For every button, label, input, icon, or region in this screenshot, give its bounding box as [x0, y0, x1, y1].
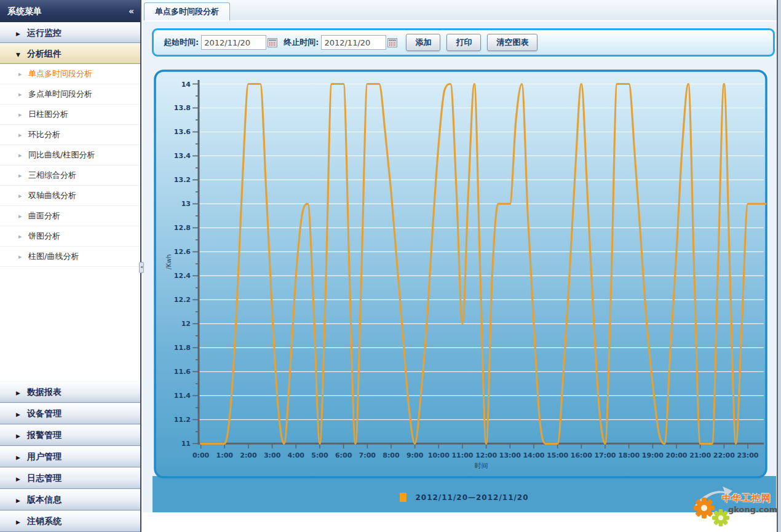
svg-text:16:00: 16:00: [571, 451, 592, 459]
sidebar-item-label: 多点单时间段分析: [28, 89, 92, 98]
toolbar: 起始时间: 终止时间: 添加打印清空图表: [152, 28, 775, 57]
chevron-right-icon: ▸: [18, 227, 28, 247]
chevron-down-icon: ▼: [16, 45, 27, 65]
svg-text:13: 13: [181, 200, 191, 208]
chevron-right-icon: ▸: [18, 166, 28, 186]
sidebar-item-analysis[interactable]: ▸多点单时间段分析: [0, 84, 140, 105]
chevron-right-icon: ▸: [18, 105, 28, 125]
sidebar-section-label: 日志管理: [27, 473, 61, 483]
sidebar-item-label: 单点多时间段分析: [28, 69, 92, 78]
svg-text:1:00: 1:00: [216, 451, 234, 459]
svg-text:2:00: 2:00: [240, 451, 257, 459]
sidebar-section-bottom[interactable]: ▶用户管理: [0, 446, 140, 467]
svg-text:11.2: 11.2: [174, 416, 191, 424]
sidebar-item-analysis[interactable]: ▸曲面分析: [0, 206, 140, 226]
sidebar-item-label: 同比曲线/柱图分析: [28, 150, 95, 159]
toolbar-buttons: 添加打印清空图表: [400, 34, 537, 51]
window-right-edge: [777, 0, 781, 532]
chevron-right-icon: ▸: [18, 207, 28, 226]
sidebar-item-analysis[interactable]: ▸环比分析: [0, 125, 140, 145]
sidebar-section-label: 注销系统: [27, 516, 61, 526]
svg-text:13:00: 13:00: [499, 451, 521, 459]
end-calendar-icon[interactable]: [387, 38, 397, 47]
svg-text:12.4: 12.4: [174, 272, 191, 280]
sidebar-item-selected[interactable]: ▸单点多时间段分析: [0, 64, 140, 84]
sidebar-header: 系统菜单 «: [0, 0, 140, 22]
svg-text:15:00: 15:00: [547, 451, 568, 459]
svg-text:0:00: 0:00: [192, 451, 210, 459]
sidebar-section-label: 分析组件: [27, 49, 61, 58]
svg-text:22:00: 22:00: [713, 451, 735, 459]
sidebar-item-label: 环比分析: [28, 130, 60, 139]
sidebar-item-analysis[interactable]: ▸柱图/曲线分析: [0, 247, 140, 267]
end-time-input[interactable]: [321, 35, 386, 50]
collapse-sidebar-icon[interactable]: «: [129, 0, 134, 22]
svg-text:23:00: 23:00: [737, 451, 759, 459]
gkong-watermark-logo: 中华工控网 gkong.com: [684, 484, 776, 530]
sidebar-section-bottom[interactable]: ▶日志管理: [0, 467, 140, 489]
chevron-right-icon: ▸: [18, 125, 28, 145]
svg-text:18:00: 18:00: [618, 451, 640, 459]
sidebar-section-bottom[interactable]: ▶版本信息: [0, 489, 140, 510]
svg-text:12.8: 12.8: [174, 224, 191, 232]
sidebar-item-label: 日柱图分析: [28, 109, 68, 119]
chevron-right-icon: ▶: [16, 491, 27, 511]
sidebar-section-label: 运行监控: [27, 28, 61, 38]
svg-text:14: 14: [181, 81, 191, 89]
sidebar-item-analysis[interactable]: ▸日柱图分析: [0, 105, 140, 125]
sidebar-section-label: 数据报表: [27, 387, 61, 397]
sidebar-item-label: 饼图分析: [28, 231, 60, 240]
sidebar-item-analysis[interactable]: ▸同比曲线/柱图分析: [0, 145, 140, 165]
sidebar-item-analysis[interactable]: ▸三相综合分析: [0, 165, 140, 186]
add-button[interactable]: 添加: [406, 34, 440, 51]
sidebar-resize-handle[interactable]: ◂: [139, 262, 144, 273]
sidebar-section-bottom[interactable]: ▶注销系统: [0, 510, 140, 532]
svg-text:3:00: 3:00: [264, 451, 281, 459]
chevron-right-icon: ▶: [16, 383, 27, 403]
chevron-right-icon: ▸: [18, 247, 28, 267]
sidebar-section-label: 设备管理: [27, 408, 61, 418]
svg-text:13.4: 13.4: [174, 152, 191, 160]
chevron-right-icon: ▶: [16, 24, 27, 44]
watermark-en-text: gkong.com: [728, 505, 777, 514]
svg-text:12.6: 12.6: [174, 248, 191, 256]
sidebar-section-analysis[interactable]: ▼分析组件: [0, 43, 140, 64]
sidebar-item-analysis[interactable]: ▸双轴曲线分析: [0, 186, 140, 206]
sidebar-section-bottom[interactable]: ▶设备管理: [0, 403, 140, 424]
main-content: 单点多时间段分析 起始时间: 终止时间: 添加打印清空图表 2012/11/20…: [143, 0, 781, 532]
svg-text:/Kwh: /Kwh: [165, 254, 172, 269]
line-chart-plot: 1111.211.411.611.81212.212.412.612.81313…: [143, 62, 781, 512]
end-time-label: 终止时间:: [283, 37, 319, 48]
svg-text:12.2: 12.2: [174, 296, 191, 304]
sidebar-title: 系统菜单: [7, 6, 42, 16]
tab-single-point-analysis[interactable]: 单点多时间段分析: [144, 2, 230, 20]
svg-text:13.2: 13.2: [174, 176, 191, 184]
svg-text:12: 12: [181, 320, 191, 328]
svg-text:5:00: 5:00: [311, 451, 328, 459]
sidebar-section-bottom[interactable]: ▶报警管理: [0, 424, 140, 446]
svg-text:20:00: 20:00: [665, 451, 687, 459]
sidebar-item-label: 三相综合分析: [28, 170, 76, 180]
svg-text:17:00: 17:00: [594, 451, 616, 459]
start-time-input[interactable]: [201, 35, 266, 50]
svg-text:4:00: 4:00: [288, 451, 305, 459]
sidebar-item-label: 双轴曲线分析: [28, 191, 76, 200]
sidebar-section-monitoring[interactable]: ▶运行监控: [0, 22, 140, 43]
clear-chart-button[interactable]: 清空图表: [487, 34, 537, 51]
sidebar-section-bottom[interactable]: ▶数据报表: [0, 381, 140, 403]
chevron-right-icon: ▶: [16, 512, 27, 532]
svg-text:9:00: 9:00: [406, 451, 424, 459]
chevron-right-icon: ▶: [16, 448, 27, 468]
chevron-right-icon: ▶: [16, 426, 27, 447]
chevron-right-icon: ▶: [16, 405, 27, 425]
print-button[interactable]: 打印: [446, 34, 481, 51]
svg-text:13.6: 13.6: [174, 128, 191, 136]
svg-text:11: 11: [181, 440, 191, 448]
sidebar-section-label: 用户管理: [27, 451, 61, 461]
start-calendar-icon[interactable]: [268, 38, 277, 47]
svg-text:11:00: 11:00: [451, 451, 473, 459]
sidebar-item-analysis[interactable]: ▸饼图分析: [0, 226, 140, 247]
svg-text:6:00: 6:00: [335, 451, 352, 459]
svg-text:7:00: 7:00: [359, 451, 376, 459]
analysis-submenu: ▸单点多时间段分析▸多点单时间段分析▸日柱图分析▸环比分析▸同比曲线/柱图分析▸…: [0, 64, 140, 267]
